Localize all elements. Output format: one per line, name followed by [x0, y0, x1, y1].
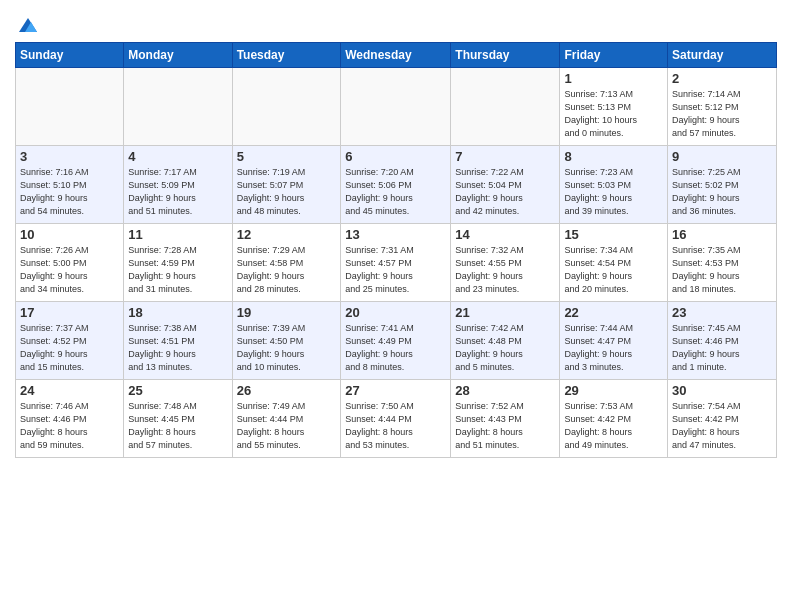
day-info: Sunrise: 7:49 AM Sunset: 4:44 PM Dayligh… [237, 400, 337, 452]
calendar-cell: 1Sunrise: 7:13 AM Sunset: 5:13 PM Daylig… [560, 68, 668, 146]
day-number: 28 [455, 383, 555, 398]
calendar-cell [341, 68, 451, 146]
calendar-cell: 26Sunrise: 7:49 AM Sunset: 4:44 PM Dayli… [232, 380, 341, 458]
calendar-cell: 3Sunrise: 7:16 AM Sunset: 5:10 PM Daylig… [16, 146, 124, 224]
day-number: 22 [564, 305, 663, 320]
calendar-week-5: 24Sunrise: 7:46 AM Sunset: 4:46 PM Dayli… [16, 380, 777, 458]
calendar-cell: 24Sunrise: 7:46 AM Sunset: 4:46 PM Dayli… [16, 380, 124, 458]
calendar-cell: 17Sunrise: 7:37 AM Sunset: 4:52 PM Dayli… [16, 302, 124, 380]
day-info: Sunrise: 7:23 AM Sunset: 5:03 PM Dayligh… [564, 166, 663, 218]
calendar-cell: 22Sunrise: 7:44 AM Sunset: 4:47 PM Dayli… [560, 302, 668, 380]
calendar-cell: 23Sunrise: 7:45 AM Sunset: 4:46 PM Dayli… [668, 302, 777, 380]
calendar-table: SundayMondayTuesdayWednesdayThursdayFrid… [15, 42, 777, 458]
day-number: 23 [672, 305, 772, 320]
day-number: 12 [237, 227, 337, 242]
day-number: 14 [455, 227, 555, 242]
day-info: Sunrise: 7:52 AM Sunset: 4:43 PM Dayligh… [455, 400, 555, 452]
day-number: 16 [672, 227, 772, 242]
calendar-week-3: 10Sunrise: 7:26 AM Sunset: 5:00 PM Dayli… [16, 224, 777, 302]
calendar-cell: 11Sunrise: 7:28 AM Sunset: 4:59 PM Dayli… [124, 224, 232, 302]
day-number: 27 [345, 383, 446, 398]
day-info: Sunrise: 7:45 AM Sunset: 4:46 PM Dayligh… [672, 322, 772, 374]
day-info: Sunrise: 7:25 AM Sunset: 5:02 PM Dayligh… [672, 166, 772, 218]
day-info: Sunrise: 7:53 AM Sunset: 4:42 PM Dayligh… [564, 400, 663, 452]
calendar-cell: 8Sunrise: 7:23 AM Sunset: 5:03 PM Daylig… [560, 146, 668, 224]
day-info: Sunrise: 7:20 AM Sunset: 5:06 PM Dayligh… [345, 166, 446, 218]
logo-icon [17, 14, 39, 36]
day-info: Sunrise: 7:38 AM Sunset: 4:51 PM Dayligh… [128, 322, 227, 374]
weekday-header-sunday: Sunday [16, 43, 124, 68]
calendar-week-4: 17Sunrise: 7:37 AM Sunset: 4:52 PM Dayli… [16, 302, 777, 380]
day-number: 25 [128, 383, 227, 398]
calendar-cell [124, 68, 232, 146]
calendar-cell: 16Sunrise: 7:35 AM Sunset: 4:53 PM Dayli… [668, 224, 777, 302]
calendar-cell: 21Sunrise: 7:42 AM Sunset: 4:48 PM Dayli… [451, 302, 560, 380]
day-number: 19 [237, 305, 337, 320]
day-number: 26 [237, 383, 337, 398]
day-info: Sunrise: 7:22 AM Sunset: 5:04 PM Dayligh… [455, 166, 555, 218]
page: SundayMondayTuesdayWednesdayThursdayFrid… [0, 0, 792, 612]
day-info: Sunrise: 7:28 AM Sunset: 4:59 PM Dayligh… [128, 244, 227, 296]
day-number: 10 [20, 227, 119, 242]
calendar-cell [16, 68, 124, 146]
day-number: 24 [20, 383, 119, 398]
day-info: Sunrise: 7:31 AM Sunset: 4:57 PM Dayligh… [345, 244, 446, 296]
day-number: 7 [455, 149, 555, 164]
weekday-header-thursday: Thursday [451, 43, 560, 68]
weekday-header-tuesday: Tuesday [232, 43, 341, 68]
calendar-cell: 18Sunrise: 7:38 AM Sunset: 4:51 PM Dayli… [124, 302, 232, 380]
calendar-cell: 27Sunrise: 7:50 AM Sunset: 4:44 PM Dayli… [341, 380, 451, 458]
day-info: Sunrise: 7:17 AM Sunset: 5:09 PM Dayligh… [128, 166, 227, 218]
calendar-cell: 6Sunrise: 7:20 AM Sunset: 5:06 PM Daylig… [341, 146, 451, 224]
weekday-header-monday: Monday [124, 43, 232, 68]
header [15, 10, 777, 36]
day-info: Sunrise: 7:19 AM Sunset: 5:07 PM Dayligh… [237, 166, 337, 218]
calendar-cell: 28Sunrise: 7:52 AM Sunset: 4:43 PM Dayli… [451, 380, 560, 458]
calendar-cell: 12Sunrise: 7:29 AM Sunset: 4:58 PM Dayli… [232, 224, 341, 302]
day-number: 8 [564, 149, 663, 164]
calendar-cell: 10Sunrise: 7:26 AM Sunset: 5:00 PM Dayli… [16, 224, 124, 302]
calendar-cell: 19Sunrise: 7:39 AM Sunset: 4:50 PM Dayli… [232, 302, 341, 380]
calendar-cell: 15Sunrise: 7:34 AM Sunset: 4:54 PM Dayli… [560, 224, 668, 302]
calendar-cell: 20Sunrise: 7:41 AM Sunset: 4:49 PM Dayli… [341, 302, 451, 380]
day-info: Sunrise: 7:48 AM Sunset: 4:45 PM Dayligh… [128, 400, 227, 452]
day-info: Sunrise: 7:34 AM Sunset: 4:54 PM Dayligh… [564, 244, 663, 296]
calendar-cell [232, 68, 341, 146]
day-number: 11 [128, 227, 227, 242]
day-info: Sunrise: 7:44 AM Sunset: 4:47 PM Dayligh… [564, 322, 663, 374]
weekday-header-saturday: Saturday [668, 43, 777, 68]
calendar-cell: 14Sunrise: 7:32 AM Sunset: 4:55 PM Dayli… [451, 224, 560, 302]
calendar-cell: 7Sunrise: 7:22 AM Sunset: 5:04 PM Daylig… [451, 146, 560, 224]
day-number: 17 [20, 305, 119, 320]
calendar-cell: 2Sunrise: 7:14 AM Sunset: 5:12 PM Daylig… [668, 68, 777, 146]
day-number: 21 [455, 305, 555, 320]
day-number: 18 [128, 305, 227, 320]
calendar-cell: 29Sunrise: 7:53 AM Sunset: 4:42 PM Dayli… [560, 380, 668, 458]
day-info: Sunrise: 7:42 AM Sunset: 4:48 PM Dayligh… [455, 322, 555, 374]
weekday-header-wednesday: Wednesday [341, 43, 451, 68]
day-info: Sunrise: 7:54 AM Sunset: 4:42 PM Dayligh… [672, 400, 772, 452]
day-info: Sunrise: 7:14 AM Sunset: 5:12 PM Dayligh… [672, 88, 772, 140]
day-number: 15 [564, 227, 663, 242]
calendar-cell: 4Sunrise: 7:17 AM Sunset: 5:09 PM Daylig… [124, 146, 232, 224]
day-info: Sunrise: 7:46 AM Sunset: 4:46 PM Dayligh… [20, 400, 119, 452]
day-number: 6 [345, 149, 446, 164]
day-number: 3 [20, 149, 119, 164]
calendar-cell [451, 68, 560, 146]
day-number: 2 [672, 71, 772, 86]
day-info: Sunrise: 7:32 AM Sunset: 4:55 PM Dayligh… [455, 244, 555, 296]
day-number: 1 [564, 71, 663, 86]
day-number: 9 [672, 149, 772, 164]
day-info: Sunrise: 7:35 AM Sunset: 4:53 PM Dayligh… [672, 244, 772, 296]
calendar-header-row: SundayMondayTuesdayWednesdayThursdayFrid… [16, 43, 777, 68]
day-info: Sunrise: 7:50 AM Sunset: 4:44 PM Dayligh… [345, 400, 446, 452]
day-number: 4 [128, 149, 227, 164]
calendar-cell: 9Sunrise: 7:25 AM Sunset: 5:02 PM Daylig… [668, 146, 777, 224]
calendar-week-1: 1Sunrise: 7:13 AM Sunset: 5:13 PM Daylig… [16, 68, 777, 146]
day-number: 5 [237, 149, 337, 164]
day-info: Sunrise: 7:37 AM Sunset: 4:52 PM Dayligh… [20, 322, 119, 374]
day-info: Sunrise: 7:26 AM Sunset: 5:00 PM Dayligh… [20, 244, 119, 296]
calendar-cell: 13Sunrise: 7:31 AM Sunset: 4:57 PM Dayli… [341, 224, 451, 302]
day-info: Sunrise: 7:13 AM Sunset: 5:13 PM Dayligh… [564, 88, 663, 140]
day-number: 30 [672, 383, 772, 398]
